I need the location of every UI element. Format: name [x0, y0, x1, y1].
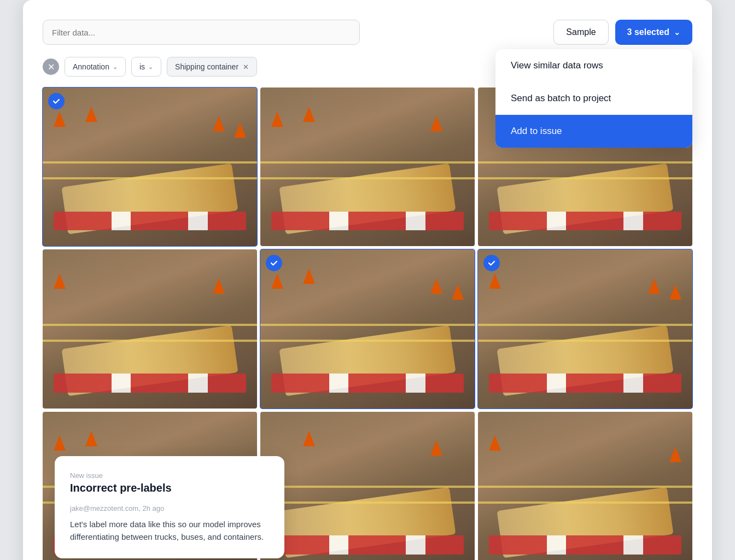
construction-image-5: [260, 249, 475, 408]
grid-cell-5[interactable]: [260, 249, 475, 408]
annotation-filter-pill[interactable]: Annotation ⌄: [65, 57, 126, 77]
image-grid: New issue Incorrect pre-labels jake@mezz…: [43, 88, 692, 560]
filter-value-label: Shipping container: [175, 62, 238, 71]
app-window: Sample 3 selected ⌄ View similar data ro…: [23, 0, 712, 560]
tooltip-card: New issue Incorrect pre-labels jake@mezz…: [55, 456, 284, 559]
selected-count: 3 selected: [627, 27, 669, 37]
value-filter-pill[interactable]: Shipping container ✕: [167, 57, 257, 77]
dropdown-menu: View similar data rows Send as batch to …: [495, 49, 692, 148]
tooltip-meta: jake@mezzotent.com, 2h ago: [70, 504, 269, 512]
dropdown-item-add-issue[interactable]: Add to issue: [495, 115, 692, 148]
dropdown-item-view-similar[interactable]: View similar data rows: [495, 49, 692, 82]
tooltip-body: Let's label more data like this so our m…: [70, 518, 269, 544]
value-close-icon: ✕: [243, 63, 249, 71]
top-bar: Sample 3 selected ⌄ View similar data ro…: [43, 20, 692, 45]
grid-cell-4[interactable]: [43, 249, 257, 408]
grid-cell-2[interactable]: [260, 88, 475, 246]
grid-cell-1[interactable]: [43, 88, 257, 246]
dropdown-item-send-batch[interactable]: Send as batch to project: [495, 82, 692, 115]
filter-input[interactable]: [43, 20, 360, 45]
chevron-down-icon: ⌄: [674, 28, 680, 37]
grid-cell-9[interactable]: [478, 412, 692, 560]
close-icon: ✕: [48, 62, 55, 72]
top-right-controls: Sample 3 selected ⌄ View similar data ro…: [553, 20, 692, 45]
selected-button[interactable]: 3 selected ⌄: [615, 20, 692, 45]
construction-image-6: [478, 249, 692, 408]
filter-close-button[interactable]: ✕: [43, 59, 59, 75]
annotation-label: Annotation: [73, 62, 109, 71]
construction-image-2: [260, 88, 475, 246]
grid-cell-8[interactable]: [260, 412, 475, 560]
annotation-chevron-icon: ⌄: [113, 63, 118, 71]
check-badge-1: [48, 93, 65, 109]
sample-button[interactable]: Sample: [553, 20, 608, 45]
tooltip-title: Incorrect pre-labels: [70, 482, 269, 494]
is-chevron-icon: ⌄: [148, 63, 153, 71]
construction-image-1: [43, 88, 257, 246]
is-label: is: [139, 62, 145, 71]
grid-cell-6[interactable]: [478, 249, 692, 408]
construction-image-4: [43, 249, 257, 408]
construction-image-9: [478, 412, 692, 560]
tooltip-issue-label: New issue: [70, 471, 269, 480]
is-filter-pill[interactable]: is ⌄: [131, 57, 161, 77]
construction-image-8: [260, 412, 475, 560]
